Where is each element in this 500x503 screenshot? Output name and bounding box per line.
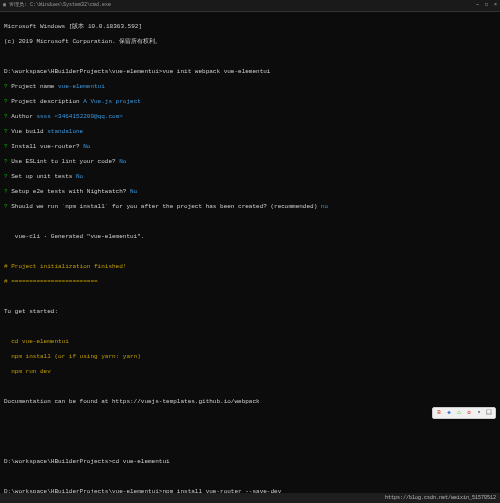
- flower-icon[interactable]: ✿: [465, 409, 473, 417]
- terminal-output[interactable]: Microsoft Windows [版本 10.0.18363.592] (c…: [0, 12, 500, 503]
- line: Microsoft Windows [版本 10.0.18363.592]: [4, 23, 496, 31]
- home-icon[interactable]: ⌂: [455, 409, 463, 417]
- maximize-button[interactable]: □: [485, 2, 488, 8]
- window-title: 管理员: C:\Windows\System32\cmd.exe: [9, 2, 111, 8]
- section-head: # Project initialization finished!: [4, 263, 496, 271]
- window-titlebar: ▣ 管理员: C:\Windows\System32\cmd.exe — □ ×: [0, 0, 500, 12]
- bold-icon[interactable]: B: [435, 409, 443, 417]
- line: (c) 2019 Microsoft Corporation. 保留所有权利。: [4, 38, 496, 46]
- close-button[interactable]: ×: [494, 2, 497, 8]
- cmd-icon: ▣: [3, 2, 6, 8]
- status-bar: https://blog.csdn.net/weixin_51570512: [0, 493, 500, 503]
- dropdown-icon[interactable]: ▾: [475, 409, 483, 417]
- status-url: https://blog.csdn.net/weixin_51570512: [385, 495, 496, 501]
- diamond-icon[interactable]: ◆: [445, 409, 453, 417]
- floating-toolbar: B ◆ ⌂ ✿ ▾ 囗: [432, 407, 496, 419]
- prompt-line: D:\workspace\HBuilderProjects>cd vue-ele…: [4, 458, 496, 466]
- fullscreen-icon[interactable]: 囗: [485, 409, 493, 417]
- prompt-line: D:\workspace\HBuilderProjects\vue-elemen…: [4, 68, 496, 76]
- minimize-button[interactable]: —: [476, 2, 479, 8]
